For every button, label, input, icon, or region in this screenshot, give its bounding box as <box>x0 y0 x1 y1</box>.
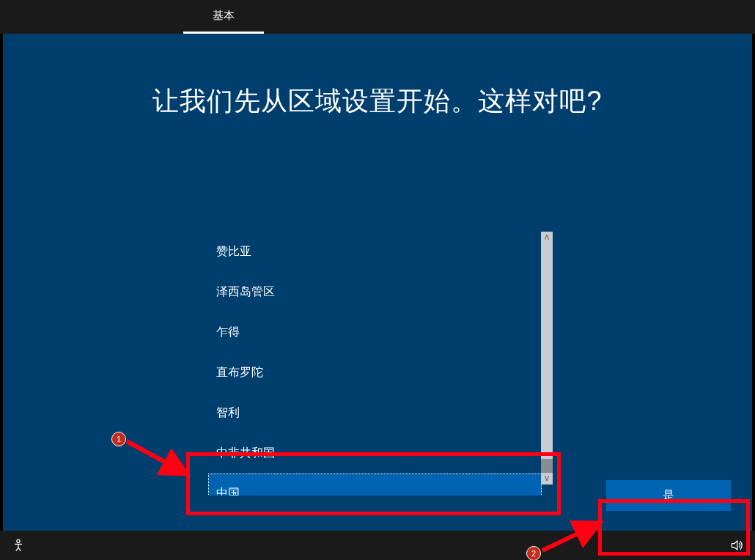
scrollbar-thumb[interactable] <box>541 459 553 474</box>
region-item[interactable]: 泽西岛管区 <box>208 272 542 312</box>
region-item[interactable]: 直布罗陀 <box>208 353 542 393</box>
scrollbar-down-icon[interactable]: ᐯ <box>541 473 553 485</box>
bottom-bar <box>0 531 755 560</box>
confirm-button[interactable]: 是 <box>606 480 731 511</box>
main-content: 让我们先从区域设置开始。这样对吧? 赞比亚 泽西岛管区 乍得 直布罗陀 智利 中… <box>3 34 752 531</box>
region-list-container: 赞比亚 泽西岛管区 乍得 直布罗陀 智利 中非共和国 中国 ᐱ ᐯ <box>208 232 553 495</box>
region-item[interactable]: 赞比亚 <box>208 232 542 272</box>
svg-point-0 <box>17 539 20 542</box>
scrollbar-track[interactable] <box>541 232 553 485</box>
region-item-selected[interactable]: 中国 <box>208 474 542 495</box>
volume-icon[interactable] <box>729 537 745 553</box>
scrollbar-up-icon[interactable]: ᐱ <box>541 232 553 243</box>
region-list[interactable]: 赞比亚 泽西岛管区 乍得 直布罗陀 智利 中非共和国 中国 <box>208 232 542 495</box>
region-item[interactable]: 乍得 <box>208 312 542 353</box>
tab-basic[interactable]: 基本 <box>183 0 264 34</box>
accessibility-icon[interactable] <box>10 537 26 553</box>
top-bar: 基本 <box>0 0 755 34</box>
region-item[interactable]: 智利 <box>208 393 542 433</box>
region-item[interactable]: 中非共和国 <box>208 433 542 474</box>
page-heading: 让我们先从区域设置开始。这样对吧? <box>3 84 752 119</box>
